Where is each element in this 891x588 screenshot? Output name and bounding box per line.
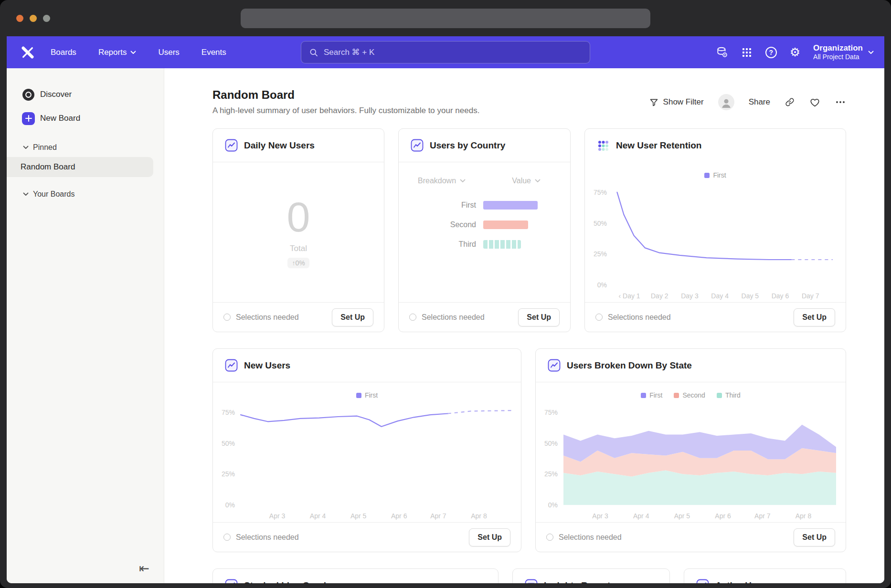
line-chart-icon — [225, 139, 238, 152]
value-dropdown[interactable]: Value — [512, 177, 541, 185]
selection-radio-icon — [223, 534, 231, 541]
legend-swatch-icon — [717, 393, 722, 398]
legend-label: Second — [682, 391, 705, 399]
card-title: New User Retention — [616, 140, 701, 151]
app-window: Boards Reports Users Events — [0, 0, 891, 588]
nav-users[interactable]: Users — [158, 48, 179, 57]
svg-text:0%: 0% — [225, 501, 235, 509]
chevron-down-icon — [460, 179, 466, 183]
window-close-button[interactable] — [16, 15, 23, 22]
svg-text:25%: 25% — [544, 470, 558, 478]
top-navbar: Boards Reports Users Events — [7, 36, 884, 68]
share-button[interactable]: Share — [749, 97, 770, 107]
svg-text:25%: 25% — [594, 250, 607, 258]
svg-text:50%: 50% — [222, 440, 235, 447]
country-chart-body: Breakdown Value FirstSecondThird — [399, 162, 570, 302]
avatar[interactable] — [718, 94, 734, 110]
card-title: Users Broken Down By State — [567, 360, 692, 371]
retention-chart: 75%50%25%0%‹ Day 1Day 2Day 3Day 4Day 5Da… — [585, 180, 846, 302]
funnel-icon — [649, 97, 659, 107]
selections-needed-label: Selections needed — [559, 533, 622, 542]
selections-needed-label: Selections needed — [236, 313, 299, 322]
card-title: Stacked Line Graph — [244, 580, 329, 584]
metric-body: 0 Total ↑0% — [213, 162, 384, 302]
sidebar-section-your-boards[interactable]: Your Boards — [7, 185, 164, 204]
svg-text:Apr 7: Apr 7 — [754, 512, 771, 520]
gear-icon: ⚙ — [790, 46, 800, 58]
settings-button[interactable]: ⚙ — [790, 46, 800, 58]
cards-grid: Daily New Users 0 Total ↑0% Selections n… — [212, 128, 846, 583]
line-chart-icon — [696, 579, 709, 583]
bar-segment — [483, 220, 528, 229]
help-button[interactable]: ? — [765, 47, 777, 58]
discover-label: Discover — [40, 90, 72, 99]
report-icon — [525, 579, 538, 583]
nav-reports[interactable]: Reports — [98, 48, 137, 57]
set-up-button[interactable]: Set Up — [794, 308, 835, 326]
chart-legend: FirstSecondThird — [536, 390, 846, 400]
card-title: Insights Report — [544, 580, 610, 584]
svg-text:Day 5: Day 5 — [742, 292, 759, 300]
svg-text:Apr 4: Apr 4 — [310, 512, 326, 520]
your-boards-section-label: Your Boards — [33, 190, 74, 199]
svg-text:75%: 75% — [594, 189, 607, 196]
window-minimize-button[interactable] — [30, 15, 37, 22]
retention-icon — [597, 139, 610, 152]
breakdown-dropdown[interactable]: Breakdown — [418, 177, 466, 185]
metric-value: 0 — [287, 196, 310, 238]
card-title: Daily New Users — [244, 140, 315, 151]
card-footer: Selections needed Set Up — [399, 302, 570, 332]
set-up-button[interactable]: Set Up — [469, 528, 510, 546]
primary-nav: Boards Reports Users Events — [51, 48, 226, 57]
board-actions: Show Filter Share — [649, 94, 846, 110]
svg-text:Apr 8: Apr 8 — [471, 512, 487, 520]
org-switcher[interactable]: Organization All Project Data — [813, 43, 874, 61]
mixpanel-logo[interactable] — [21, 46, 34, 59]
selection-radio-icon — [546, 534, 553, 541]
window-zoom-button[interactable] — [43, 15, 50, 22]
sidebar-section-pinned[interactable]: Pinned — [7, 138, 164, 157]
country-bar-row: Second — [418, 220, 570, 229]
nav-users-label: Users — [158, 48, 179, 57]
page-title: Random Board — [212, 88, 479, 102]
card-users-by-state: Users Broken Down By State FirstSecondTh… — [535, 348, 846, 552]
set-up-button[interactable]: Set Up — [518, 308, 560, 326]
show-filter-label: Show Filter — [663, 97, 704, 107]
legend-item: First — [641, 390, 662, 400]
card-title: Active Users — [715, 580, 770, 584]
sidebar-collapse-button[interactable]: ⇤ — [139, 562, 149, 575]
favorite-button[interactable] — [809, 97, 820, 108]
legend-swatch-icon — [704, 173, 710, 178]
nav-events-label: Events — [202, 48, 226, 57]
copy-link-button[interactable] — [785, 97, 795, 107]
search-input[interactable] — [324, 48, 582, 57]
data-management-button[interactable] — [716, 46, 728, 59]
show-filter-button[interactable]: Show Filter — [649, 97, 704, 107]
selection-radio-icon — [409, 314, 416, 321]
link-icon — [785, 97, 795, 107]
chart-legend: First — [585, 170, 846, 180]
set-up-button[interactable]: Set Up — [332, 308, 373, 326]
legend-label: First — [365, 391, 378, 399]
sidebar-item-discover[interactable]: Discover — [7, 83, 164, 106]
share-label: Share — [749, 97, 770, 107]
legend-label: First — [649, 391, 662, 399]
ellipsis-icon — [835, 96, 846, 108]
board-description: A high-level summary of user behaviors. … — [212, 106, 479, 116]
apps-grid-button[interactable] — [741, 47, 753, 58]
card-users-by-country: Users by Country Breakdown — [398, 128, 571, 332]
global-search[interactable] — [301, 41, 590, 63]
sidebar-item-random-board[interactable]: Random Board — [7, 157, 153, 177]
nav-reports-label: Reports — [98, 48, 127, 57]
chevron-down-icon — [23, 146, 29, 149]
svg-text:75%: 75% — [544, 409, 558, 416]
nav-boards[interactable]: Boards — [51, 48, 76, 57]
more-options-button[interactable] — [835, 96, 846, 108]
legend-swatch-icon — [356, 393, 361, 398]
set-up-button[interactable]: Set Up — [794, 528, 835, 546]
nav-events[interactable]: Events — [202, 48, 226, 57]
traffic-lights — [16, 15, 50, 22]
browser-address-bar[interactable] — [241, 9, 650, 28]
svg-text:50%: 50% — [594, 220, 607, 227]
new-board-button[interactable]: New Board — [7, 106, 164, 130]
